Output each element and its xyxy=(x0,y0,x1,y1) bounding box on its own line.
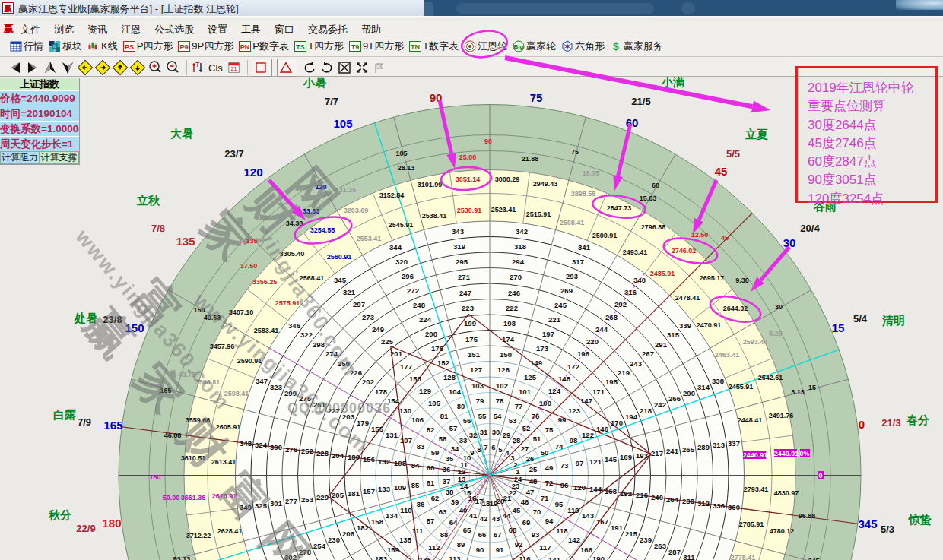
svg-text:220: 220 xyxy=(586,337,599,346)
svg-text:312: 312 xyxy=(697,499,710,508)
svg-text:T: T xyxy=(195,61,200,68)
svg-text:311: 311 xyxy=(683,553,695,560)
svg-text:25.00: 25.00 xyxy=(459,153,477,161)
svg-text:Big: Big xyxy=(514,43,524,50)
svg-text:292: 292 xyxy=(614,300,627,308)
svg-text:9.38: 9.38 xyxy=(735,277,749,284)
svg-text:60: 60 xyxy=(652,182,659,189)
svg-text:252: 252 xyxy=(301,447,313,455)
svg-text:2644.32: 2644.32 xyxy=(723,305,748,312)
svg-text:136: 136 xyxy=(419,555,431,560)
svg-text:339: 339 xyxy=(679,321,691,330)
svg-text:5/5: 5/5 xyxy=(726,148,740,160)
svg-text:37.50: 37.50 xyxy=(240,262,258,270)
svg-text:157: 157 xyxy=(363,487,375,495)
svg-text:102: 102 xyxy=(496,381,508,390)
svg-text:2746.02: 2746.02 xyxy=(672,247,697,255)
svg-text:85: 85 xyxy=(411,481,420,489)
svg-text:2793.41: 2793.41 xyxy=(744,486,769,493)
svg-text:121: 121 xyxy=(589,457,602,466)
svg-text:45: 45 xyxy=(721,234,729,242)
svg-text:2545.91: 2545.91 xyxy=(389,221,414,229)
svg-text:68: 68 xyxy=(509,526,517,534)
svg-text:31: 31 xyxy=(480,428,488,436)
svg-text:81: 81 xyxy=(440,412,449,420)
svg-text:239: 239 xyxy=(640,536,652,544)
svg-text:218: 218 xyxy=(640,407,652,415)
svg-text:76: 76 xyxy=(532,412,540,420)
svg-text:100: 100 xyxy=(539,399,551,407)
svg-text:194: 194 xyxy=(625,413,638,421)
svg-text:287: 287 xyxy=(668,548,681,556)
svg-text:53: 53 xyxy=(509,416,517,425)
svg-text:54: 54 xyxy=(494,412,502,420)
svg-text:58: 58 xyxy=(439,435,447,443)
svg-text:315: 315 xyxy=(667,331,680,339)
svg-text:3661.36: 3661.36 xyxy=(181,494,206,501)
svg-text:158: 158 xyxy=(371,517,383,526)
svg-text:55: 55 xyxy=(478,412,487,420)
svg-text:春分: 春分 xyxy=(906,413,929,426)
svg-text:360: 360 xyxy=(728,503,740,511)
svg-text:277: 277 xyxy=(285,497,297,505)
svg-text:294: 294 xyxy=(512,258,525,266)
svg-text:348: 348 xyxy=(240,439,252,448)
svg-text:小暑: 小暑 xyxy=(303,77,326,89)
svg-text:103: 103 xyxy=(472,381,484,390)
svg-text:59: 59 xyxy=(431,448,440,457)
svg-text:142: 142 xyxy=(568,536,580,544)
svg-text:7: 7 xyxy=(484,443,487,451)
svg-text:20/4: 20/4 xyxy=(800,223,820,234)
svg-text:313: 313 xyxy=(713,441,725,449)
svg-text:267: 267 xyxy=(642,350,654,358)
svg-text:2538.41: 2538.41 xyxy=(422,212,447,220)
svg-text:297: 297 xyxy=(353,300,365,308)
svg-text:167: 167 xyxy=(596,517,608,526)
svg-text:345: 345 xyxy=(808,557,819,560)
svg-text:183: 183 xyxy=(375,555,387,560)
svg-text:2796.88: 2796.88 xyxy=(641,223,666,231)
svg-text:78: 78 xyxy=(496,397,504,405)
svg-text:21: 21 xyxy=(230,65,237,72)
svg-text:272: 272 xyxy=(407,286,419,295)
svg-text:149: 149 xyxy=(530,359,542,367)
svg-text:152: 152 xyxy=(437,359,449,367)
svg-text:80: 80 xyxy=(457,402,465,410)
svg-text:2500.91: 2500.91 xyxy=(592,232,618,239)
svg-text:222: 222 xyxy=(506,304,518,312)
svg-text:2485.91: 2485.91 xyxy=(650,270,675,277)
svg-text:5/3: 5/3 xyxy=(881,524,894,535)
svg-text:49: 49 xyxy=(545,464,554,472)
svg-text:42: 42 xyxy=(480,514,488,523)
svg-text:338: 338 xyxy=(712,377,724,385)
svg-text:249: 249 xyxy=(372,325,384,334)
svg-text:2523.41: 2523.41 xyxy=(491,206,516,214)
svg-text:130: 130 xyxy=(399,407,411,415)
svg-text:27: 27 xyxy=(521,445,529,453)
svg-text:2440.91: 2440.91 xyxy=(743,451,768,459)
svg-text:289: 289 xyxy=(697,443,710,451)
svg-text:253: 253 xyxy=(301,495,313,504)
svg-text:95: 95 xyxy=(555,500,564,508)
svg-text:21/3: 21/3 xyxy=(881,417,900,429)
svg-text:240: 240 xyxy=(651,493,663,501)
svg-text:50.00: 50.00 xyxy=(163,494,180,501)
svg-text:30: 30 xyxy=(492,428,500,436)
svg-text:69: 69 xyxy=(522,518,531,527)
svg-text:265: 265 xyxy=(682,445,695,454)
svg-text:206: 206 xyxy=(342,530,354,538)
svg-text:191: 191 xyxy=(611,524,624,532)
svg-text:60: 60 xyxy=(626,116,639,129)
svg-text:341: 341 xyxy=(578,243,591,252)
svg-text:96: 96 xyxy=(560,481,569,489)
svg-text:立夏: 立夏 xyxy=(745,128,768,141)
svg-text:46: 46 xyxy=(521,498,529,506)
svg-text:118: 118 xyxy=(556,527,567,535)
svg-text:244: 244 xyxy=(595,325,608,334)
svg-text:269: 269 xyxy=(560,286,573,295)
svg-text:170: 170 xyxy=(611,419,623,427)
svg-text:169: 169 xyxy=(620,453,632,461)
svg-text:268: 268 xyxy=(605,313,618,321)
svg-text:2898.58: 2898.58 xyxy=(571,190,596,198)
svg-text:38: 38 xyxy=(446,488,454,496)
